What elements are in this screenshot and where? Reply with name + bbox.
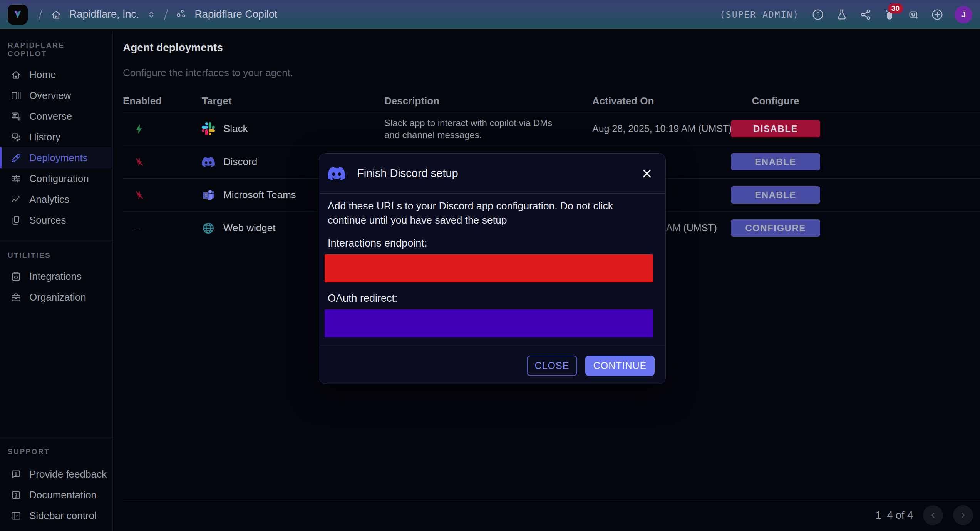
sidebar-item-deployments[interactable]: Deployments	[0, 147, 112, 168]
pagination-prev-button[interactable]	[923, 505, 943, 525]
organization-icon	[10, 292, 22, 303]
pagination-range-label: 1–4 of 4	[875, 509, 913, 521]
slash-separator-icon	[38, 8, 43, 21]
sidebar-item-label: Provide feedback	[29, 468, 107, 480]
header-activated-on: Activated On	[592, 95, 731, 107]
bolt-enabled-icon	[134, 123, 145, 135]
sidebar-item-sources[interactable]: Sources	[0, 210, 112, 230]
oauth-redirect-label: OAuth redirect:	[328, 292, 654, 304]
sidebar-item-analytics[interactable]: Analytics	[0, 189, 112, 210]
sidebar-item-documentation[interactable]: Documentation	[0, 484, 112, 505]
sidebar-item-label: Configuration	[29, 173, 89, 185]
super-admin-label: (SUPER ADMIN)	[720, 10, 799, 20]
close-icon[interactable]	[639, 166, 655, 181]
page-title: Agent deployments	[123, 42, 980, 54]
sidebar-item-label: Sources	[29, 214, 66, 226]
sidebar-item-home[interactable]: Home	[0, 64, 112, 85]
enabled-none-dash: –	[134, 222, 140, 234]
discord-icon	[328, 167, 345, 180]
teams-icon: T	[202, 189, 215, 202]
sidebar-item-organization[interactable]: Organization	[0, 287, 112, 307]
interactions-endpoint-value-redacted	[325, 254, 653, 282]
home-icon	[50, 9, 62, 20]
svg-text:T: T	[204, 192, 208, 198]
avatar[interactable]: J	[955, 6, 972, 23]
sidebar-item-configuration[interactable]: Configuration	[0, 168, 112, 189]
org-breadcrumb[interactable]: Rapidflare, Inc.	[69, 8, 139, 20]
target-label: Slack	[223, 123, 248, 135]
analytics-icon	[10, 194, 22, 205]
chevron-up-down-icon[interactable]	[147, 10, 156, 19]
topbar: Rapidflare, Inc. Rapidflare Copilot (SUP…	[0, 0, 980, 30]
add-icon[interactable]	[931, 8, 944, 21]
sidebar-divider	[0, 438, 112, 438]
sidebar-item-overview[interactable]: Overview	[0, 85, 112, 106]
sidebar-item-label: Documentation	[29, 489, 97, 501]
sidebar-item-label: Home	[29, 69, 56, 81]
target-cell: Slack	[202, 122, 384, 135]
activated-on-cell: Aug 28, 2025, 10:19 AM (UMST)	[592, 123, 731, 134]
rapidflare-logo-icon[interactable]	[8, 5, 28, 25]
sidebar: RAPIDFLARE COPILOT Home Overview Convers…	[0, 31, 113, 531]
slack-icon	[202, 122, 215, 135]
sidebar-item-label: Overview	[29, 90, 71, 102]
chevron-left-icon	[929, 511, 937, 519]
enabled-cell	[123, 123, 202, 135]
description-cell: Slack app to interact with copilot via D…	[384, 117, 592, 141]
project-breadcrumb[interactable]: Rapidflare Copilot	[195, 8, 278, 20]
modal-body: Add these URLs to your Discord app confi…	[319, 194, 665, 347]
disable-button[interactable]: DISABLE	[731, 120, 820, 137]
close-button[interactable]: CLOSE	[527, 356, 577, 376]
interactions-endpoint-label: Interactions endpoint:	[328, 237, 654, 249]
feedback-icon	[10, 469, 22, 480]
table-header-row: Enabled Target Description Activated On …	[123, 90, 980, 112]
sidebar-item-label: Deployments	[29, 152, 88, 164]
bolt-disabled-icon	[134, 189, 145, 201]
sidebar-item-provide-feedback[interactable]: Provide feedback	[0, 464, 112, 484]
flask-icon[interactable]	[835, 8, 848, 21]
notification-badge: 30	[888, 3, 903, 13]
continue-button[interactable]: CONTINUE	[585, 356, 655, 376]
converse-icon	[10, 111, 22, 122]
sidebar-item-label: Analytics	[29, 194, 69, 205]
pagination-divider	[123, 499, 980, 499]
sources-icon	[10, 215, 22, 226]
sidebar-item-integrations[interactable]: Integrations	[0, 266, 112, 287]
sidebar-item-sidebar-control[interactable]: Sidebar control	[0, 505, 112, 526]
topbar-actions: (SUPER ADMIN)	[720, 6, 972, 23]
nodes-icon	[176, 9, 188, 20]
rocket-icon	[10, 152, 22, 164]
share-icon[interactable]	[859, 8, 872, 21]
configure-button[interactable]: CONFIGURE	[731, 219, 820, 237]
page-subtitle: Configure the interfaces to your agent.	[123, 67, 980, 79]
sidebar-item-history[interactable]: History	[0, 127, 112, 147]
header-configure: Configure	[731, 95, 820, 107]
modal-footer: CLOSE CONTINUE	[319, 347, 665, 384]
header-enabled: Enabled	[123, 95, 202, 107]
info-icon[interactable]	[811, 8, 824, 21]
pagination-next-button[interactable]	[953, 505, 973, 525]
sidebar-item-label: Integrations	[29, 271, 82, 282]
copilot-bot-icon[interactable]	[907, 8, 920, 21]
breadcrumb: Rapidflare, Inc. Rapidflare Copilot	[38, 8, 277, 21]
enable-button[interactable]: ENABLE	[731, 153, 820, 170]
sidebar-item-converse[interactable]: Converse	[0, 106, 112, 127]
sidebar-section-support: SUPPORT	[8, 448, 105, 456]
mouse-icon[interactable]: 30	[883, 8, 896, 21]
sidebar-item-label: Converse	[29, 110, 72, 122]
modal-description: Add these URLs to your Discord app confi…	[328, 199, 651, 227]
oauth-redirect-value-redacted	[325, 309, 653, 337]
enable-button[interactable]: ENABLE	[731, 186, 820, 204]
sidebar-control-icon	[10, 510, 22, 521]
sidebar-section-copilot: RAPIDFLARE COPILOT	[8, 41, 105, 58]
modal-title: Finish Discord setup	[357, 167, 458, 180]
app-root: Rapidflare, Inc. Rapidflare Copilot (SUP…	[0, 0, 980, 531]
chevron-right-icon	[959, 511, 967, 519]
target-label: Microsoft Teams	[223, 189, 296, 201]
sidebar-item-label: Organization	[29, 291, 86, 303]
sliders-icon	[10, 173, 22, 184]
pagination: 1–4 of 4	[875, 503, 973, 527]
enabled-cell	[123, 189, 202, 201]
target-label: Web widget	[223, 222, 275, 234]
target-label: Discord	[223, 156, 257, 168]
